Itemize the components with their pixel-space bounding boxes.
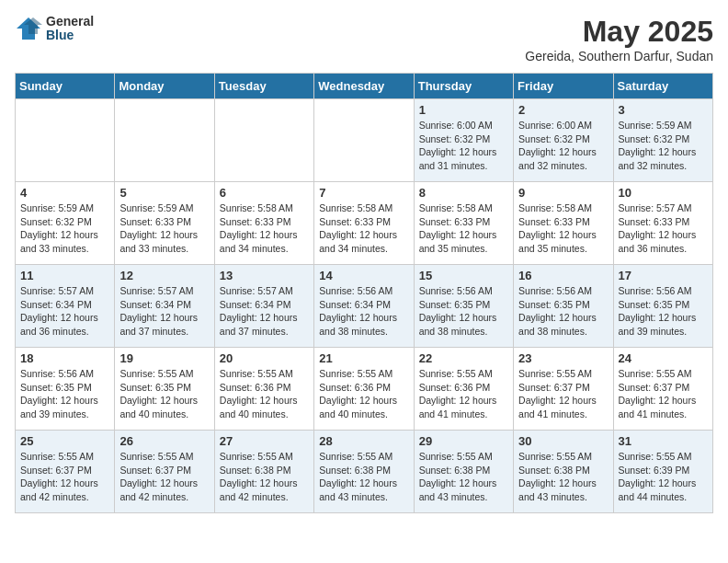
day-number: 3: [619, 103, 708, 117]
day-number: 4: [20, 186, 109, 200]
calendar-cell: [314, 99, 414, 182]
calendar-cell: [214, 99, 313, 182]
weekday-header-friday: Friday: [514, 74, 613, 99]
day-number: 15: [419, 269, 508, 282]
logo: General Blue: [15, 15, 94, 43]
calendar-cell: 26Sunrise: 5:55 AM Sunset: 6:37 PM Dayli…: [115, 431, 214, 513]
day-info: Sunrise: 5:58 AM Sunset: 6:33 PM Dayligh…: [319, 201, 408, 256]
day-number: 12: [119, 269, 209, 282]
day-info: Sunrise: 5:57 AM Sunset: 6:34 PM Dayligh…: [119, 284, 209, 339]
calendar-week-1: 1Sunrise: 6:00 AM Sunset: 6:32 PM Daylig…: [16, 99, 713, 182]
calendar-cell: [16, 99, 115, 182]
day-info: Sunrise: 6:00 AM Sunset: 6:32 PM Dayligh…: [518, 119, 608, 173]
day-info: Sunrise: 5:58 AM Sunset: 6:33 PM Dayligh…: [518, 201, 608, 256]
day-info: Sunrise: 5:55 AM Sunset: 6:37 PM Dayligh…: [20, 450, 109, 504]
day-info: Sunrise: 5:58 AM Sunset: 6:33 PM Dayligh…: [220, 201, 309, 256]
calendar-cell: 15Sunrise: 5:56 AM Sunset: 6:35 PM Dayli…: [414, 265, 513, 348]
calendar-cell: 7Sunrise: 5:58 AM Sunset: 6:33 PM Daylig…: [314, 182, 414, 265]
day-number: 7: [319, 186, 408, 200]
day-number: 2: [518, 103, 608, 117]
calendar-week-3: 11Sunrise: 5:57 AM Sunset: 6:34 PM Dayli…: [16, 265, 713, 348]
calendar-week-4: 18Sunrise: 5:56 AM Sunset: 6:35 PM Dayli…: [16, 348, 713, 431]
day-number: 19: [119, 351, 209, 365]
day-info: Sunrise: 5:58 AM Sunset: 6:33 PM Dayligh…: [419, 201, 508, 256]
calendar-cell: 3Sunrise: 5:59 AM Sunset: 6:32 PM Daylig…: [613, 99, 712, 182]
day-number: 11: [20, 269, 109, 282]
logo-general-text: General: [46, 15, 94, 29]
day-info: Sunrise: 5:56 AM Sunset: 6:34 PM Dayligh…: [319, 284, 408, 339]
day-number: 26: [119, 434, 209, 448]
calendar-cell: 23Sunrise: 5:55 AM Sunset: 6:37 PM Dayli…: [514, 348, 613, 431]
day-number: 6: [220, 186, 309, 200]
calendar-cell: 30Sunrise: 5:55 AM Sunset: 6:38 PM Dayli…: [514, 431, 613, 513]
day-info: Sunrise: 5:55 AM Sunset: 6:37 PM Dayligh…: [518, 367, 608, 421]
day-info: Sunrise: 5:57 AM Sunset: 6:34 PM Dayligh…: [220, 284, 309, 339]
page-header: General Blue May 2025 Gereida, Southern …: [15, 15, 713, 63]
day-number: 21: [319, 351, 408, 365]
calendar-cell: 29Sunrise: 5:55 AM Sunset: 6:38 PM Dayli…: [414, 431, 513, 513]
weekday-header-tuesday: Tuesday: [214, 74, 313, 99]
day-info: Sunrise: 5:55 AM Sunset: 6:38 PM Dayligh…: [220, 450, 309, 504]
day-info: Sunrise: 5:59 AM Sunset: 6:32 PM Dayligh…: [20, 201, 109, 256]
calendar-cell: 8Sunrise: 5:58 AM Sunset: 6:33 PM Daylig…: [414, 182, 513, 265]
day-info: Sunrise: 5:55 AM Sunset: 6:36 PM Dayligh…: [220, 367, 309, 421]
calendar-cell: 31Sunrise: 5:55 AM Sunset: 6:39 PM Dayli…: [613, 431, 712, 513]
day-info: Sunrise: 5:55 AM Sunset: 6:37 PM Dayligh…: [119, 450, 209, 504]
logo-blue-text: Blue: [46, 29, 94, 42]
calendar-cell: 21Sunrise: 5:55 AM Sunset: 6:36 PM Dayli…: [314, 348, 414, 431]
weekday-header-wednesday: Wednesday: [314, 74, 414, 99]
day-info: Sunrise: 5:56 AM Sunset: 6:35 PM Dayligh…: [419, 284, 508, 339]
day-number: 8: [419, 186, 508, 200]
day-info: Sunrise: 5:55 AM Sunset: 6:39 PM Dayligh…: [619, 450, 708, 504]
day-info: Sunrise: 5:55 AM Sunset: 6:36 PM Dayligh…: [319, 367, 408, 421]
day-info: Sunrise: 5:55 AM Sunset: 6:35 PM Dayligh…: [119, 367, 209, 421]
calendar-cell: 1Sunrise: 6:00 AM Sunset: 6:32 PM Daylig…: [414, 99, 513, 182]
calendar-cell: 2Sunrise: 6:00 AM Sunset: 6:32 PM Daylig…: [514, 99, 613, 182]
day-number: 27: [220, 434, 309, 448]
day-number: 30: [518, 434, 608, 448]
calendar-cell: 20Sunrise: 5:55 AM Sunset: 6:36 PM Dayli…: [214, 348, 313, 431]
calendar-cell: 24Sunrise: 5:55 AM Sunset: 6:37 PM Dayli…: [613, 348, 712, 431]
weekday-header-saturday: Saturday: [613, 74, 712, 99]
weekday-header-thursday: Thursday: [414, 74, 513, 99]
day-number: 18: [20, 351, 109, 365]
calendar-week-2: 4Sunrise: 5:59 AM Sunset: 6:32 PM Daylig…: [16, 182, 713, 265]
day-number: 9: [518, 186, 608, 200]
day-info: Sunrise: 5:59 AM Sunset: 6:33 PM Dayligh…: [119, 201, 209, 256]
calendar-cell: 14Sunrise: 5:56 AM Sunset: 6:34 PM Dayli…: [314, 265, 414, 348]
day-info: Sunrise: 6:00 AM Sunset: 6:32 PM Dayligh…: [419, 119, 508, 173]
day-number: 28: [319, 434, 408, 448]
day-number: 17: [619, 269, 708, 282]
day-number: 25: [20, 434, 109, 448]
title-section: May 2025 Gereida, Southern Darfur, Sudan: [525, 15, 713, 63]
calendar-cell: 13Sunrise: 5:57 AM Sunset: 6:34 PM Dayli…: [214, 265, 313, 348]
day-info: Sunrise: 5:55 AM Sunset: 6:36 PM Dayligh…: [419, 367, 508, 421]
day-number: 14: [319, 269, 408, 282]
calendar-cell: 4Sunrise: 5:59 AM Sunset: 6:32 PM Daylig…: [16, 182, 115, 265]
location-title: Gereida, Southern Darfur, Sudan: [525, 49, 713, 63]
calendar-cell: 17Sunrise: 5:56 AM Sunset: 6:35 PM Dayli…: [613, 265, 712, 348]
logo-text: General Blue: [46, 15, 94, 43]
day-number: 13: [220, 269, 309, 282]
day-number: 23: [518, 351, 608, 365]
calendar-cell: 9Sunrise: 5:58 AM Sunset: 6:33 PM Daylig…: [514, 182, 613, 265]
weekday-header-sunday: Sunday: [16, 74, 115, 99]
day-info: Sunrise: 5:56 AM Sunset: 6:35 PM Dayligh…: [619, 284, 708, 339]
day-info: Sunrise: 5:56 AM Sunset: 6:35 PM Dayligh…: [20, 367, 109, 421]
day-number: 31: [619, 434, 708, 448]
day-number: 5: [119, 186, 209, 200]
day-info: Sunrise: 5:55 AM Sunset: 6:38 PM Dayligh…: [518, 450, 608, 504]
day-number: 20: [220, 351, 309, 365]
calendar-table: SundayMondayTuesdayWednesdayThursdayFrid…: [15, 73, 713, 513]
calendar-cell: 12Sunrise: 5:57 AM Sunset: 6:34 PM Dayli…: [115, 265, 214, 348]
calendar-cell: 19Sunrise: 5:55 AM Sunset: 6:35 PM Dayli…: [115, 348, 214, 431]
weekday-header-row: SundayMondayTuesdayWednesdayThursdayFrid…: [16, 74, 713, 99]
calendar-cell: 5Sunrise: 5:59 AM Sunset: 6:33 PM Daylig…: [115, 182, 214, 265]
day-number: 24: [619, 351, 708, 365]
day-info: Sunrise: 5:55 AM Sunset: 6:38 PM Dayligh…: [319, 450, 408, 504]
calendar-cell: 22Sunrise: 5:55 AM Sunset: 6:36 PM Dayli…: [414, 348, 513, 431]
calendar-cell: 6Sunrise: 5:58 AM Sunset: 6:33 PM Daylig…: [214, 182, 313, 265]
calendar-week-5: 25Sunrise: 5:55 AM Sunset: 6:37 PM Dayli…: [16, 431, 713, 513]
day-number: 1: [419, 103, 508, 117]
calendar-cell: 11Sunrise: 5:57 AM Sunset: 6:34 PM Dayli…: [16, 265, 115, 348]
